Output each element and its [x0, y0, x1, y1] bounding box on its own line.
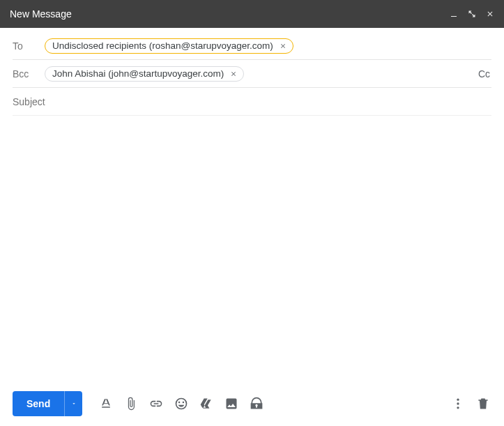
cc-toggle[interactable]: Cc [478, 68, 491, 79]
recipients-area: To Undisclosed recipients (roshan@starup… [0, 28, 504, 116]
bcc-label: Bcc [13, 68, 38, 79]
to-chip[interactable]: Undisclosed recipients (roshan@starupvoy… [45, 38, 293, 54]
svg-point-3 [457, 406, 459, 409]
formatting-icon[interactable] [95, 393, 117, 415]
link-icon[interactable] [145, 393, 167, 415]
image-icon[interactable] [220, 393, 243, 415]
bcc-chip-text: John Abishai (john@startupvoyager.com) [52, 68, 224, 79]
remove-chip-icon[interactable] [228, 68, 239, 79]
send-button[interactable]: Send [13, 391, 82, 416]
compose-toolbar: Send [0, 384, 504, 426]
attach-icon[interactable] [120, 393, 142, 415]
confidential-icon[interactable] [245, 393, 268, 415]
close-icon[interactable] [486, 10, 494, 18]
send-button-label: Send [13, 391, 64, 416]
remove-chip-icon[interactable] [277, 40, 289, 52]
to-label: To [13, 40, 38, 52]
discard-icon[interactable] [472, 393, 494, 415]
subject-row [13, 88, 491, 116]
bcc-chip[interactable]: John Abishai (john@startupvoyager.com) [45, 66, 244, 82]
svg-rect-0 [451, 16, 457, 17]
compose-window: New Message To Undisclosed recipients (r… [0, 0, 504, 426]
compose-header: New Message [0, 0, 504, 28]
svg-point-1 [457, 399, 459, 401]
svg-point-2 [457, 402, 459, 404]
subject-input[interactable] [13, 89, 491, 114]
bcc-row[interactable]: Bcc John Abishai (john@startupvoyager.co… [13, 60, 491, 88]
emoji-icon[interactable] [170, 393, 192, 415]
expand-icon[interactable] [468, 10, 476, 18]
to-row[interactable]: To Undisclosed recipients (roshan@starup… [13, 32, 491, 60]
drive-icon[interactable] [195, 393, 217, 415]
send-options-dropdown[interactable] [64, 391, 82, 416]
to-chip-text: Undisclosed recipients (roshan@starupvoy… [52, 40, 273, 51]
compose-title: New Message [10, 8, 440, 20]
minimize-icon[interactable] [450, 10, 458, 18]
more-options-icon[interactable] [447, 393, 469, 415]
compose-body[interactable] [0, 116, 504, 384]
